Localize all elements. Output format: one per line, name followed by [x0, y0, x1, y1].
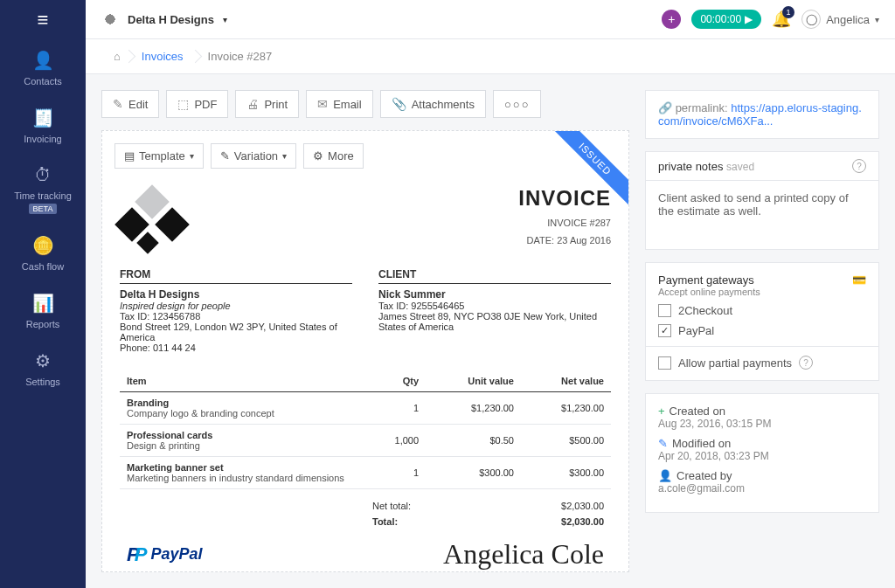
sidebar-item-invoicing[interactable]: 🧾 Invoicing [0, 97, 86, 155]
sidebar-item-contacts[interactable]: 👤 Contacts [0, 39, 86, 97]
pencil-icon: ✎ [113, 97, 123, 111]
notifications-button[interactable]: 🔔 1 [772, 10, 791, 29]
notification-count: 1 [782, 6, 794, 18]
notes-header: private notes saved ? [645, 151, 879, 180]
more-button[interactable]: ○○○ [493, 90, 542, 118]
home-icon: ⌂ [114, 50, 121, 63]
variation-icon: ✎ [220, 149, 230, 163]
pdf-icon: ⬚ [177, 97, 189, 111]
totals-section: Net total:$2,030.00 Total:$2,030.00 [365, 498, 611, 529]
avatar-icon: ◯ [801, 10, 821, 29]
invoice-date: DATE: 23 Aug 2016 [518, 235, 611, 246]
invoicing-icon: 🧾 [32, 107, 54, 128]
beta-badge: BETA [29, 204, 58, 214]
print-button[interactable]: 🖨Print [235, 90, 299, 118]
plus-icon: + [658, 405, 665, 418]
breadcrumb: ⌂ Invoices Invoice #287 [86, 39, 895, 74]
variation-dropdown[interactable]: ✎Variation▾ [211, 143, 296, 169]
template-dropdown[interactable]: ▤Template▾ [114, 143, 204, 169]
play-icon: ▶ [745, 13, 753, 25]
gear-icon: ⚙ [313, 149, 323, 163]
from-section: FROM Delta H Designs Inspired design for… [120, 268, 352, 353]
settings-icon: ⚙ [35, 350, 51, 371]
gateway-2checkout[interactable]: 2Checkout [658, 304, 866, 317]
sidebar-item-timetracking[interactable]: ⏱ Time tracking BETA [0, 155, 86, 225]
sidebar-label: Contacts [24, 76, 61, 86]
notes-textarea[interactable]: Client asked to send a printed copy of t… [645, 180, 879, 250]
org-name: Delta H Designs [128, 13, 214, 26]
created-by-value: a.cole@gmail.com [658, 482, 866, 495]
timer-icon: ⏱ [34, 165, 52, 185]
notes-title: private notes [658, 160, 723, 173]
document-panel: ▤Template▾ ✎Variation▾ ⚙More ISSUED INVO… [101, 130, 629, 572]
sidebar-item-reports[interactable]: 📊 Reports [0, 282, 86, 340]
signature: Angelica Cole [443, 538, 604, 571]
email-icon: ✉ [317, 97, 328, 111]
paperclip-icon: 📎 [392, 97, 406, 111]
status-ribbon: ISSUED [545, 131, 628, 215]
org-switcher[interactable]: Delta H Designs ▾ [101, 10, 227, 28]
reports-icon: 📊 [32, 293, 54, 314]
topbar: Delta H Designs ▾ + 00:00:00 ▶ 🔔 1 ◯ Ang… [86, 0, 895, 39]
action-bar: ✎Edit ⬚PDF 🖨Print ✉Email 📎Attachments ○○… [101, 90, 629, 118]
org-logo-icon [101, 10, 119, 28]
checkbox-checked-icon[interactable] [658, 324, 671, 337]
edit-button[interactable]: ✎Edit [101, 90, 159, 118]
user-menu[interactable]: ◯ Angelica ▾ [801, 10, 879, 29]
card-icon: 💳 [852, 273, 866, 297]
breadcrumb-current: Invoice #287 [196, 39, 285, 73]
invoice-number: INVOICE #287 [518, 218, 611, 228]
modified-on-value: Apr 20, 2018, 03:23 PM [658, 450, 866, 462]
help-icon[interactable]: ? [852, 159, 866, 173]
gateways-title: Payment gateways [658, 273, 760, 287]
gateways-card: Payment gateways Accept online payments … [645, 262, 879, 381]
company-logo [120, 186, 184, 251]
help-icon[interactable]: ? [799, 356, 813, 370]
template-icon: ▤ [124, 149, 135, 163]
timer-value: 00:00:00 [700, 13, 741, 25]
contacts-icon: 👤 [32, 50, 54, 71]
cashflow-icon: 🪙 [32, 235, 54, 256]
attachments-button[interactable]: 📎Attachments [380, 90, 486, 118]
permalink-card: 🔗 permalink: https://app.elorus-staging.… [645, 90, 879, 139]
email-button[interactable]: ✉Email [306, 90, 373, 118]
app-logo[interactable]: ≡ [0, 0, 86, 39]
user-name: Angelica [826, 13, 870, 26]
checkbox-icon[interactable] [658, 356, 671, 370]
gateways-subtitle: Accept online payments [658, 287, 760, 297]
gateway-paypal[interactable]: PayPal [658, 324, 866, 337]
sidebar-item-settings[interactable]: ⚙ Settings [0, 340, 86, 398]
add-button[interactable]: + [662, 10, 681, 29]
sidebar-label: Reports [26, 319, 60, 329]
dots-icon: ○○○ [504, 98, 531, 111]
person-icon: 👤 [658, 469, 672, 482]
sidebar-label: Cash flow [22, 261, 64, 272]
allow-partial-checkbox[interactable]: Allow partial payments ? [658, 356, 866, 370]
invoice-preview: INVOICE INVOICE #287 DATE: 23 Aug 2016 F… [114, 177, 616, 571]
breadcrumb-home[interactable]: ⌂ [101, 39, 129, 73]
sidebar-label: Invoicing [24, 134, 61, 144]
link-icon: 🔗 [658, 101, 672, 114]
line-items-table: Item Qty Unit value Net value BrandingCo… [120, 370, 611, 489]
checkbox-icon[interactable] [658, 304, 671, 317]
timer-widget[interactable]: 00:00:00 ▶ [691, 10, 761, 29]
paypal-logo: PPPayPal [127, 543, 202, 566]
table-row: Marketing banner setMarketing banners in… [120, 457, 611, 489]
sidebar-item-cashflow[interactable]: 🪙 Cash flow [0, 225, 86, 282]
client-section: CLIENT Nick Summer Tax ID: 9255546465 Ja… [378, 268, 611, 353]
sidebar: ≡ 👤 Contacts 🧾 Invoicing ⏱ Time tracking… [0, 0, 86, 588]
created-on-value: Aug 23, 2016, 03:15 PM [658, 418, 866, 430]
meta-card: +Created on Aug 23, 2016, 03:15 PM ✎Modi… [645, 393, 879, 513]
sidebar-label: Time tracking [14, 190, 72, 201]
table-row: Professional cardsDesign & printing1,000… [120, 425, 611, 457]
breadcrumb-invoices[interactable]: Invoices [129, 39, 196, 73]
pdf-button[interactable]: ⬚PDF [166, 90, 228, 118]
chevron-down-icon: ▾ [223, 15, 227, 24]
sidebar-label: Settings [25, 377, 60, 387]
pencil-icon: ✎ [658, 437, 668, 450]
table-row: BrandingCompany logo & branding concept1… [120, 392, 611, 425]
notes-status: saved [726, 161, 754, 173]
more-dropdown[interactable]: ⚙More [303, 143, 364, 169]
chevron-down-icon: ▾ [875, 15, 879, 24]
print-icon: 🖨 [246, 97, 259, 111]
